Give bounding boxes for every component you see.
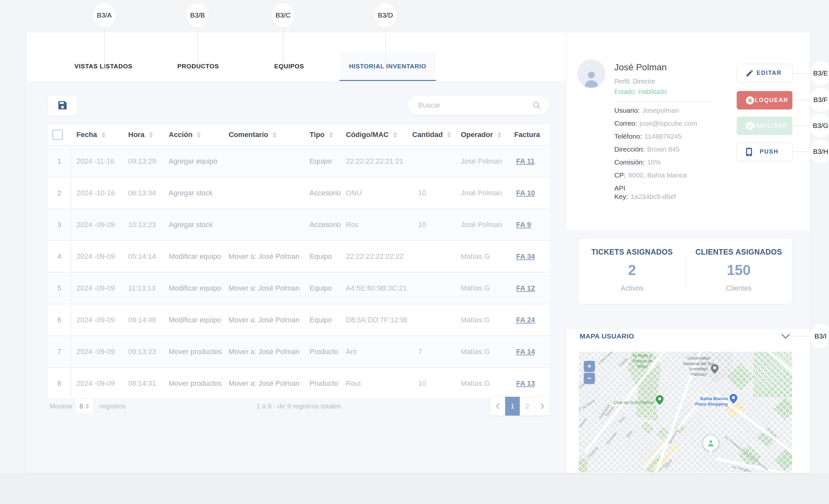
select-all-header[interactable] — [48, 130, 71, 140]
column-label: Operador — [461, 131, 493, 139]
page: VISTAS LISTADOSPRODUCTOSEQUIPOSHISTORIAL… — [0, 0, 829, 504]
sort-icon[interactable] — [329, 132, 333, 138]
column-header-tipo[interactable]: Tipo — [304, 131, 341, 139]
button-label: PUSH — [760, 148, 779, 155]
bloquear-button[interactable]: BLOQUEAR — [737, 91, 792, 109]
save-button[interactable] — [48, 96, 77, 116]
column-header-fecha[interactable]: Fecha — [71, 131, 123, 139]
cell-fecha: 2024 -09-09 — [71, 348, 123, 356]
factura-link[interactable]: FA 14 — [516, 348, 535, 356]
profile-field-usuario: Usuario:Josepolman — [614, 106, 757, 115]
column-header-operador[interactable]: Operador — [456, 131, 509, 139]
zoom-out-button[interactable]: − — [584, 373, 595, 384]
field-value: 8000, Bahía blanca — [628, 171, 687, 179]
factura-link[interactable]: FA 24 — [516, 316, 535, 324]
column-header-comentario[interactable]: Comentario — [223, 131, 304, 139]
search-box — [408, 96, 549, 115]
poi-shopping-label: Bahia Blanca Plaza Shopping — [692, 396, 728, 407]
cell-tipo: Equipo — [304, 284, 341, 292]
sort-icon[interactable] — [497, 132, 501, 138]
column-header-hora[interactable]: Hora — [123, 131, 164, 139]
field-value: Josepolman — [642, 107, 679, 114]
column-label: Hora — [128, 131, 144, 139]
sort-icon[interactable] — [447, 132, 451, 138]
factura-link[interactable]: FA 34 — [516, 252, 535, 260]
zoom-in-button[interactable]: + — [584, 361, 595, 372]
tab-vistas-listados[interactable]: VISTAS LISTADOS — [65, 52, 142, 80]
cell-num: 6 — [48, 304, 71, 335]
page-button-1[interactable]: 1 — [505, 397, 520, 416]
sort-icon[interactable] — [197, 132, 201, 138]
next-page-button[interactable] — [535, 397, 549, 416]
sort-icon[interactable] — [393, 132, 397, 138]
sort-icon[interactable] — [273, 132, 277, 138]
tab-equipos[interactable]: EQUIPOS — [258, 52, 320, 80]
factura-link[interactable]: FA 13 — [516, 379, 535, 387]
cell-hora: 09:13:29 — [123, 157, 164, 166]
save-icon — [57, 100, 68, 112]
column-header-cantidad[interactable]: Cantidad — [407, 131, 456, 139]
main-card: VISTAS LISTADOSPRODUCTOSEQUIPOSHISTORIAL… — [27, 32, 809, 473]
cell-factura: FA 12 — [509, 284, 549, 292]
stat-clientes-asignados: CLIENTES ASIGNADOS150Clientes — [686, 239, 792, 304]
cell-hora: 09:14:48 — [123, 316, 164, 324]
column-header-acci-n[interactable]: Acción — [164, 131, 223, 139]
cell-codigo: Ant — [341, 348, 407, 356]
table-body: 12024 -11-1609:13:29Agregar equipoEquipo… — [48, 146, 549, 400]
cell-factura: FA 24 — [509, 316, 549, 324]
cell-comentario: Mover a: José Polman — [223, 284, 304, 292]
factura-link[interactable]: FA 11 — [516, 157, 535, 165]
sort-icon[interactable] — [102, 132, 106, 138]
sort-icon[interactable] — [149, 132, 153, 138]
stat-title: TICKETS ASIGNADOS — [579, 248, 686, 256]
cell-operador: Matías G — [456, 316, 509, 324]
cell-tipo: Equipo — [304, 252, 341, 261]
annotation-label-b3-i: B3/I — [809, 324, 829, 348]
table-row: 12024 -11-1609:13:29Agregar equipoEquipo… — [48, 146, 549, 178]
page-size-selector[interactable]: 8 — [74, 398, 94, 414]
poi-university-label: Universidad Nacional del Sur (complejo P… — [682, 356, 715, 377]
stat-sublabel: Activos — [579, 284, 686, 292]
cell-operador: Matías G — [456, 284, 509, 292]
factura-link[interactable]: FA 12 — [516, 284, 535, 292]
editar-button[interactable]: EDITAR — [737, 64, 792, 82]
user-name: José Polman — [614, 62, 667, 73]
prev-page-button[interactable] — [490, 397, 505, 416]
tab-productos[interactable]: PRODUCTOS — [166, 52, 230, 80]
chevron-down-icon[interactable] — [781, 334, 790, 340]
profile-field-comisi-n: Comisión:10% — [614, 158, 757, 167]
field-value: 10% — [647, 158, 661, 166]
field-label: Comisión: — [614, 158, 644, 166]
user-location-marker[interactable] — [703, 435, 719, 451]
tab-bar: VISTAS LISTADOSPRODUCTOSEQUIPOSHISTORIAL… — [27, 32, 566, 81]
annotation-label-b3-f: B3/F — [809, 88, 829, 112]
profile-field-direcci-n: Dirección:Brown 845 — [614, 145, 757, 153]
cell-accion: Agregar stock — [164, 221, 223, 229]
search-input[interactable] — [418, 101, 532, 110]
cell-accion: Mover productos — [164, 348, 223, 356]
column-header-c-digo-mac[interactable]: Código/MAC — [341, 131, 407, 139]
button-label: EDITAR — [756, 70, 782, 76]
page-button-2[interactable]: 2 — [520, 397, 535, 416]
cell-comentario: Mover a: José Polman — [223, 316, 304, 324]
select-all-checkbox[interactable] — [52, 130, 63, 140]
cell-cantidad: 10 — [407, 189, 456, 197]
phone-icon — [746, 147, 753, 157]
pencil-icon — [746, 69, 754, 77]
factura-link[interactable]: FA 10 — [516, 189, 535, 197]
tab-historial-inventario[interactable]: HISTORIAL INVENTARIO — [339, 52, 436, 81]
user-map[interactable]: Calle CorenfeldFloridaCuyo1° de MarzoAgu… — [579, 352, 792, 472]
table-row: 22024 -10-1606:13:34Agregar stockAccesor… — [48, 178, 549, 209]
table-row: 62024 -09-0909:14:48Modificar equipoMove… — [48, 304, 549, 336]
column-label: Factura — [514, 131, 540, 139]
table-row: 52024 -09-0911:13:13Modificar equipoMove… — [48, 273, 549, 304]
profile-field-tel-fono: Teléfono:1148876245 — [614, 132, 757, 141]
stat-tickets-asignados: TICKETS ASIGNADOS2Activos — [579, 239, 686, 304]
cell-accion: Mover productos — [164, 379, 223, 388]
field-label: API — [614, 184, 625, 192]
field-label: Correo: — [614, 119, 637, 127]
push-button[interactable]: PUSH — [737, 143, 792, 161]
annotation-text: B3/C — [276, 11, 291, 19]
factura-link[interactable]: FA 9 — [516, 221, 531, 229]
cell-hora: 08:14:31 — [123, 379, 164, 388]
